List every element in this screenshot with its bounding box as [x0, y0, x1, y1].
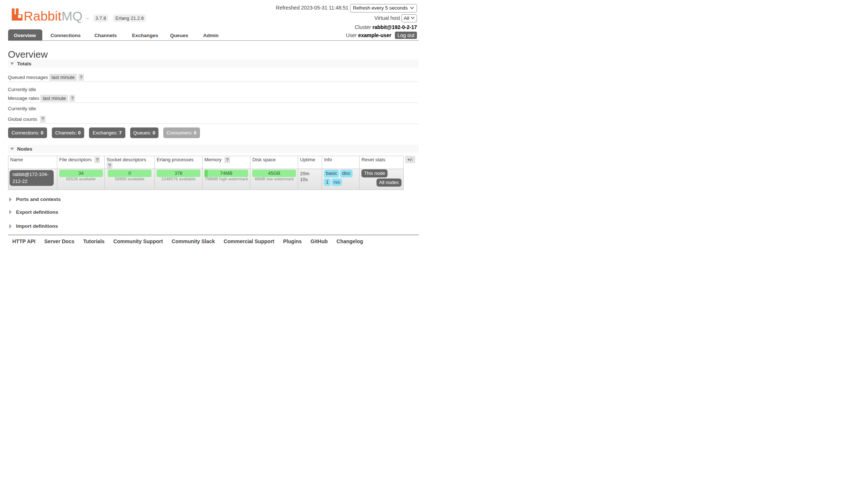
svg-text:TM: TM: [85, 17, 89, 19]
svg-text:RabbitMQ: RabbitMQ: [24, 8, 82, 23]
